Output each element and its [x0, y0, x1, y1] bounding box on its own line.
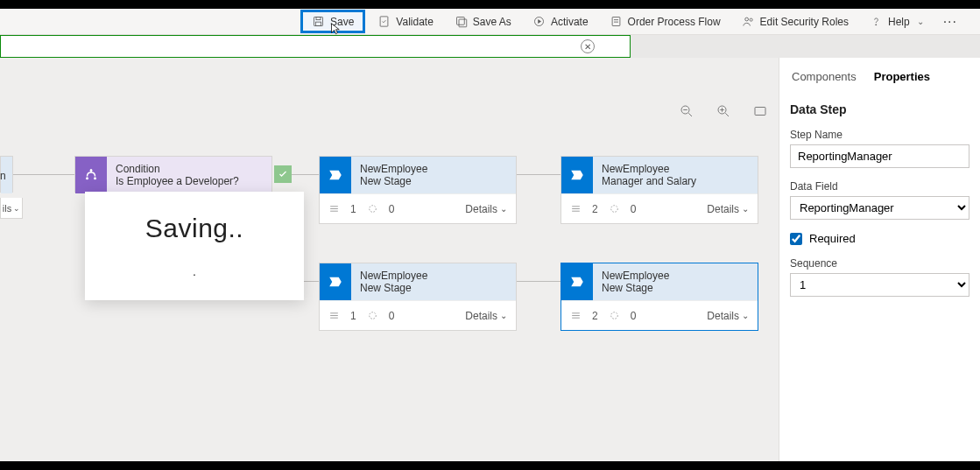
save-button[interactable]: Save — [300, 10, 365, 33]
steps-count: 2 — [592, 310, 598, 322]
zoom-in-icon[interactable] — [716, 103, 731, 119]
sequence-select[interactable]: 1 — [790, 273, 969, 297]
stage-node-a[interactable]: NewEmployee New Stage 1 0 Details⌄ — [319, 156, 517, 224]
stage-subtitle-partial: n — [0, 170, 6, 182]
security-roles-icon — [742, 15, 755, 28]
steps-count: 2 — [592, 203, 598, 215]
triggers-count: 0 — [389, 203, 395, 215]
condition-yes-handle[interactable] — [274, 165, 292, 183]
more-commands-button[interactable]: ··· — [936, 14, 964, 30]
save-as-button[interactable]: Save As — [446, 12, 520, 31]
tab-components[interactable]: Components — [792, 70, 857, 88]
stage-header: NewEmployee New Stage — [351, 157, 516, 193]
triggers-icon — [367, 310, 378, 321]
svg-point-35 — [369, 312, 376, 319]
details-toggle-partial[interactable]: ils⌄ — [0, 198, 23, 219]
stage-header: NewEmployee New Stage — [593, 263, 758, 300]
stage-icon — [561, 263, 593, 300]
step-name-input[interactable] — [790, 144, 969, 168]
stage-footer: 1 0 Details⌄ — [320, 300, 516, 330]
details-toggle[interactable]: Details⌄ — [465, 203, 507, 215]
steps-icon — [328, 203, 340, 214]
help-label: Help — [888, 16, 910, 28]
order-process-flow-button[interactable]: Order Process Flow — [601, 12, 730, 31]
validate-button[interactable]: Validate — [369, 12, 441, 31]
svg-point-10 — [744, 18, 748, 21]
svg-point-31 — [610, 206, 617, 213]
activate-button[interactable]: Activate — [524, 12, 597, 31]
svg-point-27 — [369, 206, 376, 213]
svg-rect-7 — [612, 18, 620, 26]
chevron-down-icon: ⌄ — [500, 311, 507, 320]
stage-node-b[interactable]: NewEmployee Manager and Salary 2 0 Detai… — [561, 156, 758, 224]
condition-node[interactable]: Condition Is Employee a Developer? — [74, 156, 272, 193]
chevron-down-icon: ⌄ — [742, 204, 749, 214]
triggers-icon — [609, 310, 620, 321]
details-toggle[interactable]: Details⌄ — [465, 310, 507, 322]
triggers-count: 0 — [631, 310, 637, 322]
saving-text: Saving.. — [145, 214, 243, 243]
stage-entity: NewEmployee — [602, 270, 749, 282]
svg-point-39 — [610, 312, 617, 319]
stage-name: Manager and Salary — [602, 175, 749, 187]
steps-count: 1 — [350, 203, 356, 215]
stage-icon — [561, 157, 593, 193]
details-label: Details — [465, 310, 497, 322]
svg-rect-1 — [316, 18, 321, 20]
steps-icon — [570, 203, 582, 214]
triggers-count: 0 — [631, 203, 637, 215]
panel-tabs: Components Properties — [790, 58, 969, 95]
check-icon — [278, 169, 288, 179]
stage-node-d[interactable]: NewEmployee New Stage 2 0 Details⌄ — [561, 263, 758, 331]
condition-title: Condition — [116, 163, 263, 175]
condition-icon — [75, 157, 107, 193]
chevron-down-icon: ⌄ — [13, 204, 20, 213]
activate-label: Activate — [551, 16, 589, 28]
svg-point-23 — [90, 169, 93, 172]
order-icon — [610, 15, 623, 28]
stage-footer: 1 0 Details⌄ — [320, 193, 516, 223]
stage-footer: 2 0 Details⌄ — [561, 193, 758, 223]
svg-line-17 — [725, 113, 729, 116]
data-field-select[interactable]: ReportingManager — [790, 196, 969, 220]
stage-icon — [320, 263, 351, 300]
activate-icon — [532, 15, 546, 28]
stage-icon — [320, 157, 351, 193]
stage-entity: NewEmployee — [360, 163, 507, 175]
edit-security-roles-button[interactable]: Edit Security Roles — [733, 12, 857, 31]
message-close-button[interactable]: ✕ — [581, 39, 595, 53]
help-button[interactable]: Help ⌄ — [861, 12, 933, 31]
save-icon — [312, 15, 325, 28]
saving-spinner: . — [193, 264, 196, 278]
order-label: Order Process Flow — [628, 16, 721, 28]
required-checkbox[interactable] — [790, 233, 802, 245]
stage-name: New Stage — [602, 282, 749, 294]
triggers-icon — [609, 203, 620, 214]
details-toggle[interactable]: Details⌄ — [707, 203, 749, 215]
zoom-out-icon[interactable] — [679, 103, 694, 119]
save-label: Save — [330, 16, 354, 28]
flow-canvas[interactable]: n ils⌄ Condition Is Employee a Developer… — [0, 58, 779, 461]
stage-entity: NewEmployee — [602, 163, 749, 175]
step-name-label: Step Name — [790, 129, 969, 141]
command-bar: Save Validate Save As Activate Order Pro… — [0, 9, 980, 35]
security-label: Edit Security Roles — [760, 16, 849, 28]
svg-rect-20 — [755, 108, 765, 116]
stage-node-c[interactable]: NewEmployee New Stage 1 0 Details⌄ — [319, 263, 517, 331]
tab-properties[interactable]: Properties — [874, 70, 930, 88]
details-label: Details — [707, 310, 739, 322]
svg-point-11 — [750, 18, 752, 21]
chevron-down-icon: ⌄ — [500, 204, 507, 214]
details-toggle[interactable]: Details⌄ — [707, 310, 749, 322]
sequence-label: Sequence — [790, 257, 969, 270]
fit-to-screen-icon[interactable] — [752, 103, 768, 119]
svg-point-22 — [94, 177, 96, 179]
steps-icon — [328, 310, 340, 321]
steps-count: 1 — [350, 310, 356, 322]
chevron-down-icon: ⌄ — [917, 17, 924, 26]
condition-header: Condition Is Employee a Developer? — [107, 157, 271, 193]
panel-heading: Data Step — [790, 102, 969, 116]
chevron-down-icon: ⌄ — [742, 311, 749, 320]
triggers-count: 0 — [389, 310, 395, 322]
stage-name: New Stage — [360, 282, 507, 294]
